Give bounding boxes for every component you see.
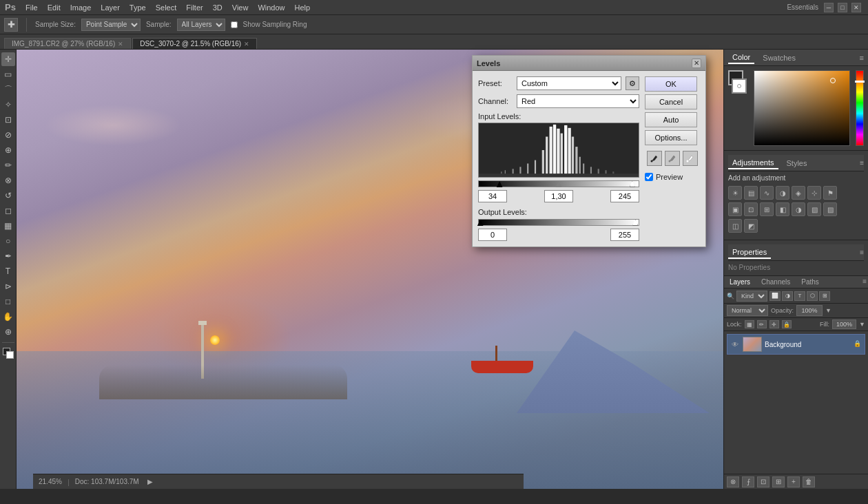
adj-curves[interactable]: ∿ — [760, 186, 774, 200]
opacity-input[interactable] — [796, 305, 823, 316]
adj-gradient-map[interactable]: ◫ — [728, 219, 742, 233]
menu-type[interactable]: Type — [125, 2, 151, 13]
channels-tab[interactable]: Channels — [756, 276, 796, 288]
white-eyedropper[interactable] — [683, 151, 698, 166]
filter-shape[interactable]: ⬡ — [807, 291, 818, 301]
menu-layer[interactable]: Layer — [96, 2, 125, 13]
move-tool[interactable]: ✛ — [1, 52, 15, 66]
shadow-handle[interactable] — [497, 181, 503, 187]
adj-color-lookup[interactable]: ◧ — [776, 202, 789, 216]
crop-tool[interactable]: ⊡ — [1, 113, 15, 127]
new-layer-btn[interactable]: + — [787, 476, 800, 487]
auto-button[interactable]: Auto — [645, 112, 697, 127]
cancel-button[interactable]: Cancel — [645, 94, 697, 109]
healing-tool[interactable]: ⊕ — [1, 143, 15, 157]
lock-position[interactable]: ✛ — [769, 320, 779, 328]
window-close[interactable]: ✕ — [851, 3, 861, 12]
output-highlight-handle[interactable] — [632, 220, 639, 226]
output-highlight-value[interactable]: 255 — [610, 229, 639, 241]
props-menu[interactable]: ≡ — [860, 249, 864, 256]
filter-adj[interactable]: ◑ — [782, 291, 793, 301]
tab-img8791[interactable]: IMG_8791.CR2 @ 27% (RGB/16) ✕ — [4, 38, 131, 49]
lock-paint[interactable]: ✏ — [757, 320, 767, 328]
output-slider[interactable] — [478, 219, 639, 226]
input-highlight-value[interactable]: 245 — [610, 190, 639, 202]
blend-mode-select[interactable]: Normal — [727, 305, 768, 316]
show-sampling-ring-checkbox[interactable] — [231, 21, 238, 28]
layers-menu[interactable]: ≡ — [861, 276, 868, 288]
layers-tab[interactable]: Layers — [724, 276, 756, 288]
eyedropper-tool-left[interactable]: ⊘ — [1, 128, 15, 142]
levels-dialog[interactable]: Levels ✕ Preset: Custom ⚙ — [472, 55, 706, 247]
adj-posterize[interactable]: ▧ — [807, 202, 821, 216]
menu-window[interactable]: Window — [253, 2, 289, 13]
menu-image[interactable]: Image — [65, 2, 96, 13]
output-shadow-value[interactable]: 0 — [478, 229, 507, 241]
tab-close-2[interactable]: ✕ — [244, 41, 249, 48]
hue-bar[interactable] — [856, 70, 864, 146]
background-layer[interactable]: 👁 Background 🔒 — [727, 334, 865, 355]
add-mask-btn[interactable]: ⊡ — [757, 476, 769, 487]
adj-threshold[interactable]: ▨ — [823, 202, 837, 216]
sample-size-select[interactable]: Point Sample — [81, 19, 141, 31]
color-panel-menu[interactable]: ≡ — [860, 54, 864, 62]
fg-bg-colors[interactable] — [1, 346, 15, 360]
adj-invert[interactable]: ◑ — [792, 202, 805, 216]
input-midtone-value[interactable]: 1,30 — [544, 190, 573, 202]
bg-swatch[interactable] — [732, 78, 747, 94]
opacity-arrow[interactable]: ▼ — [825, 307, 831, 314]
lasso-tool[interactable]: ⌒ — [1, 83, 15, 96]
menu-select[interactable]: Select — [151, 2, 182, 13]
window-maximize[interactable]: □ — [838, 3, 847, 12]
marquee-tool[interactable]: ▭ — [1, 67, 15, 81]
adj-panel-menu[interactable]: ≡ — [860, 159, 864, 167]
tab-close-1[interactable]: ✕ — [118, 41, 123, 48]
link-layers-btn[interactable]: ⊗ — [727, 476, 739, 487]
menu-edit[interactable]: Edit — [43, 2, 65, 13]
swatches-tab[interactable]: Swatches — [758, 52, 800, 63]
preset-select[interactable]: Custom — [517, 76, 621, 90]
dodge-tool[interactable]: ○ — [1, 234, 15, 248]
adj-channel-mixer[interactable]: ⊞ — [760, 202, 774, 216]
filter-pixel[interactable]: ⬜ — [769, 291, 781, 301]
gradient-tool[interactable]: ▦ — [1, 219, 15, 233]
input-shadow-value[interactable]: 34 — [478, 190, 507, 202]
adj-vibrance[interactable]: ◈ — [792, 186, 805, 200]
new-group-btn[interactable]: ⊞ — [772, 476, 785, 487]
filter-smart[interactable]: ⊞ — [819, 291, 830, 301]
midtone-handle[interactable] — [556, 181, 562, 187]
menu-view[interactable]: View — [227, 2, 254, 13]
eraser-tool[interactable]: ◻ — [1, 204, 15, 218]
brush-tool[interactable]: ✏ — [1, 158, 15, 172]
history-tool[interactable]: ↺ — [1, 189, 15, 202]
highlight-handle[interactable] — [629, 181, 635, 187]
menu-3d[interactable]: 3D — [208, 2, 227, 13]
pen-tool[interactable]: ✒ — [1, 249, 15, 263]
hand-tool[interactable]: ✋ — [1, 310, 15, 324]
styles-tab[interactable]: Styles — [783, 158, 812, 169]
menu-help[interactable]: Help — [290, 2, 316, 13]
adj-brightness[interactable]: ☀ — [728, 186, 742, 200]
layer-visibility-icon[interactable]: 👁 — [730, 339, 740, 349]
eyedropper-tool[interactable]: ✚ — [4, 18, 18, 32]
gray-eyedropper[interactable] — [665, 151, 680, 166]
path-selection-tool[interactable]: ⊳ — [1, 280, 15, 293]
tab-dsc3070[interactable]: DSC_3070-2 @ 21.5% (RGB/16) ✕ — [132, 38, 257, 49]
adj-photo-filter[interactable]: ⊡ — [744, 202, 758, 216]
fill-input[interactable] — [832, 319, 856, 329]
adjustments-tab[interactable]: Adjustments — [728, 157, 778, 169]
paths-tab[interactable]: Paths — [796, 276, 825, 288]
filter-type-select[interactable]: Kind — [736, 291, 767, 302]
sample-select[interactable]: All Layers — [177, 19, 225, 31]
status-arrow[interactable]: ▶ — [147, 478, 153, 485]
menu-file[interactable]: File — [21, 2, 43, 13]
window-minimize[interactable]: ─ — [824, 3, 834, 12]
dialog-close-button[interactable]: ✕ — [692, 59, 701, 68]
adj-exposure[interactable]: ◑ — [776, 186, 789, 200]
color-tab[interactable]: Color — [728, 52, 754, 64]
preset-gear-button[interactable]: ⚙ — [626, 76, 639, 90]
adj-hsl[interactable]: ⊹ — [807, 186, 821, 200]
preview-checkbox[interactable] — [645, 173, 653, 181]
options-button[interactable]: Options... — [645, 130, 697, 145]
lock-transparent[interactable]: ▦ — [745, 320, 754, 328]
